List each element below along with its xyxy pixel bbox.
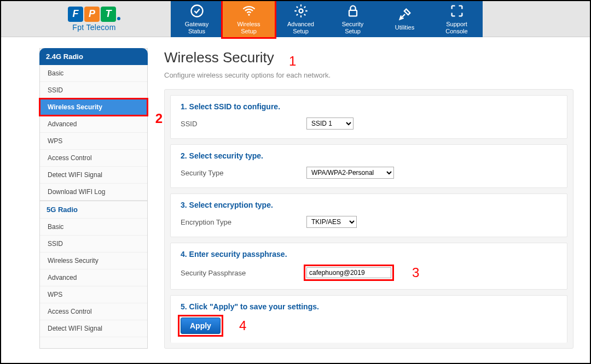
annotation-4: 4 (239, 318, 246, 333)
sidebar-item-access-control[interactable]: Access Control (40, 150, 147, 167)
nav-wireless-setup[interactable]: Wireless Setup (223, 1, 275, 37)
annotation-1: 1 (289, 54, 296, 68)
tools-icon (397, 7, 413, 22)
nav-label: Utilities (395, 24, 414, 31)
sidebar5g-item-wps[interactable]: WPS (40, 286, 147, 303)
sidebar-group-24g: 2.4G Radio (39, 48, 148, 65)
main-content: Wireless Security 1 Configure wireless s… (164, 48, 573, 349)
section-title: 5. Click "Apply" to save your settings. (181, 302, 557, 311)
nav-label: Wireless (237, 21, 260, 28)
nav-label: Gateway (185, 21, 208, 28)
main-nav: Gateway Status Wireless Setup Advanced S… (171, 1, 483, 37)
ssid-select[interactable]: SSID 1 (306, 118, 354, 130)
sidebar5g-item-ssid[interactable]: SSID (40, 236, 147, 253)
sidebar-item-ssid[interactable]: SSID (40, 82, 147, 99)
nav-gateway-status[interactable]: Gateway Status (171, 1, 223, 37)
nav-utilities[interactable]: Utilities (379, 1, 431, 37)
wifi-icon (241, 3, 257, 19)
logo-letter-t: T (101, 7, 116, 22)
section-title: 4. Enter security passphrase. (181, 250, 557, 259)
sidebar-group-5g: 5G Radio (40, 201, 147, 219)
section-apply: 5. Click "Apply" to save your settings. … (170, 295, 567, 343)
logo-letter-f: F (68, 7, 83, 22)
page-title-text: Wireless Security (164, 49, 274, 66)
nav-label: Advanced (287, 21, 314, 28)
sidebar-item-basic[interactable]: Basic (40, 65, 147, 82)
section-title: 1. Select SSID to configure. (181, 102, 557, 111)
sidebar5g-item-detect-wifi[interactable]: Detect WIFI Signal (40, 320, 147, 337)
annotation-2: 2 (155, 111, 163, 126)
security-type-select[interactable]: WPA/WPA2-Personal (306, 167, 394, 179)
check-circle-icon (189, 3, 205, 19)
encryption-label: Encryption Type (181, 218, 296, 226)
passphrase-label: Security Passphrase (181, 269, 296, 277)
svg-rect-3 (349, 10, 357, 16)
sidebar5g-item-wireless-security[interactable]: Wireless Security (40, 253, 147, 269)
page-title: Wireless Security 1 (164, 49, 573, 69)
brand-name: Fpt Telecom (72, 23, 115, 32)
sidebar-item-detect-wifi[interactable]: Detect WIFI Signal (40, 167, 147, 184)
svg-point-0 (191, 5, 202, 16)
nav-label: Setup (345, 28, 361, 35)
settings-panel: 1. Select SSID to configure. SSID SSID 1… (164, 89, 573, 349)
sidebar5g-item-access-control[interactable]: Access Control (40, 303, 147, 320)
lock-icon (345, 3, 361, 19)
sidebar-item-wireless-security[interactable]: Wireless Security 2 (40, 99, 147, 116)
sidebar-item-download-log[interactable]: Download WIFI Log (40, 184, 147, 201)
sidebar5g-item-basic[interactable]: Basic (40, 219, 147, 236)
sidebar: 2.4G Radio Basic SSID Wireless Security … (39, 48, 148, 349)
nav-label: Support (446, 21, 467, 28)
section-title: 3. Select encryption type. (181, 201, 557, 209)
section-passphrase: 4. Enter security passphrase. Security P… (170, 243, 567, 290)
apply-button[interactable]: Apply (181, 318, 221, 334)
nav-label: Security (342, 21, 364, 28)
section-ssid: 1. Select SSID to configure. SSID SSID 1 (170, 95, 567, 139)
section-security-type: 2. Select security type. Security Type W… (170, 144, 567, 188)
nav-security-setup[interactable]: Security Setup (327, 1, 379, 37)
sidebar-item-label: Wireless Security (48, 103, 102, 111)
section-encryption: 3. Select encryption type. Encryption Ty… (170, 193, 567, 237)
annotation-3: 3 (412, 265, 419, 280)
nav-label: Setup (241, 28, 257, 35)
logo-dot (117, 17, 120, 20)
nav-label: Status (188, 28, 205, 35)
nav-label: Console (445, 28, 467, 35)
sidebar-item-wps[interactable]: WPS (40, 133, 147, 150)
sidebar-item-advanced[interactable]: Advanced (40, 116, 147, 133)
passphrase-input[interactable] (306, 267, 391, 278)
top-bar: F P T Fpt Telecom Gateway Status Wireles… (1, 1, 590, 37)
nav-label: Setup (293, 28, 309, 35)
nav-advanced-setup[interactable]: Advanced Setup (275, 1, 327, 37)
ssid-label: SSID (181, 120, 296, 128)
nav-support-console[interactable]: Support Console (431, 1, 483, 37)
svg-point-2 (299, 9, 303, 13)
svg-point-1 (248, 14, 250, 16)
expand-icon (449, 3, 465, 19)
logo-letter-p: P (84, 7, 100, 22)
brand-logo: F P T Fpt Telecom (1, 7, 171, 32)
sidebar5g-item-advanced[interactable]: Advanced (40, 269, 147, 286)
page-body: 2.4G Radio Basic SSID Wireless Security … (1, 37, 590, 360)
gear-icon (293, 3, 309, 19)
page-subtitle: Configure wireless security options for … (164, 71, 573, 79)
security-type-label: Security Type (181, 169, 296, 177)
section-title: 2. Select security type. (181, 151, 557, 160)
encryption-select[interactable]: TKIP/AES (306, 216, 357, 228)
